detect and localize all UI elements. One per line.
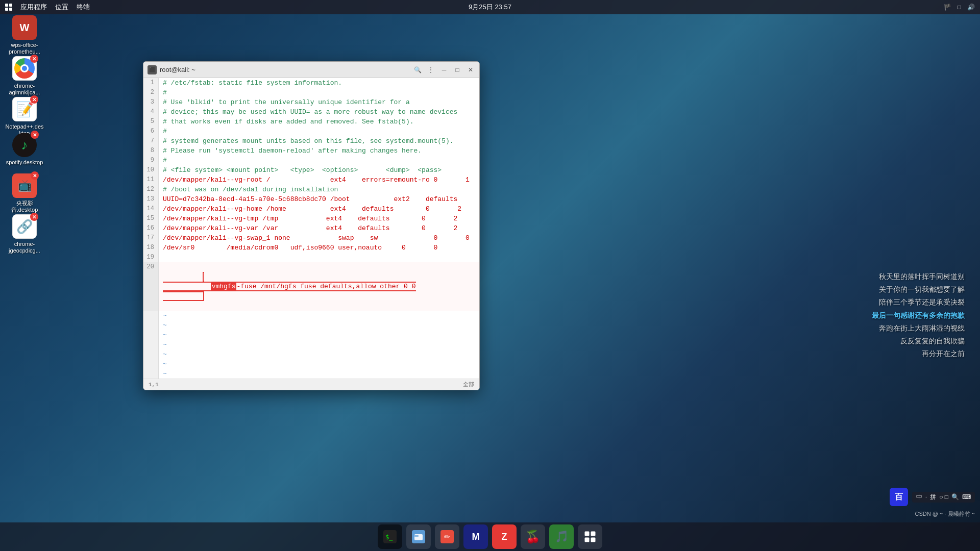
topbar-terminal-menu[interactable]: 终端 [77,3,90,12]
search-button[interactable]: 🔍 [413,65,422,74]
taskbar: $_ ✏ M Z 🍒 🎵 [0,522,980,551]
notepad-delete-badge: ✕ [30,95,38,104]
lyric-line-3: 陪伴三个季节还是承受决裂 [872,296,965,309]
topbar-window-icon[interactable]: □ [958,4,961,11]
lyric-line-1: 秋天里的落叶挥手同树道别 [872,270,965,283]
lyric-line-7: 再分开在之前 [872,347,965,360]
yingshi-label: 央视影音.desktop [4,200,45,213]
lang-search-icon[interactable]: 🔍 [951,493,959,500]
table-row: 4 # device; this may be used with UUID= … [143,107,479,117]
minimize-button[interactable]: ─ [439,65,449,74]
spotify-icon: ♪ ✕ [12,133,37,157]
tilde-line: ~ [143,349,479,359]
table-row: 6 # [143,127,479,136]
notepad-icon: 📝 ✕ [12,97,37,121]
lang-dots: · [925,493,927,500]
desktop-icon-notepad[interactable]: 📝 ✕ Notepad++.desktop [4,97,45,137]
yingshi-icon: 📺 ✕ [12,173,37,198]
highlight-vmhgfs: vmhgfs [211,283,237,290]
svg-text:$_: $_ [385,534,393,541]
apps-grid-icon[interactable] [5,4,12,11]
maximize-button[interactable]: □ [453,65,462,74]
status-bar: 1,1 全部 [143,379,479,390]
editor-lines: 1 # /etc/fstab: static file system infor… [143,78,479,379]
topbar-app-menu[interactable]: 应用程序 [20,3,47,12]
desktop-icon-spotify[interactable]: ♪ ✕ spotify.desktop [4,133,45,166]
svg-text:✏: ✏ [444,533,450,541]
topbar-location-menu[interactable]: 位置 [55,3,68,12]
chrome2-label: chrome-jgeocpdicg... [4,241,45,254]
table-row: 3 # Use 'blkid' to print the universally… [143,97,479,107]
terminal-icon: ⬛ [148,65,157,74]
table-row: 18 /dev/sr0 /media/cdrom0 udf,iso9660 us… [143,243,479,253]
tilde-line: ~ [143,330,479,340]
lang-icons: ○ □ [939,493,948,500]
table-row: 10 # <file system> <mount point> <type> … [143,165,479,175]
svg-rect-4 [414,535,419,537]
table-row: 13 UUID=d7c342ba-8ecd-4a15-a70e-5c688cb8… [143,194,479,204]
taskbar-files[interactable] [406,524,431,549]
lyric-line-4-active: 最后一句感谢还有多余的抱歉 [872,309,965,322]
table-row-highlighted: 20 vmhgfs-fuse /mnt/hgfs fuse defaults,a… [143,262,479,311]
input-method-bar: 中 · 拼 ○ □ 🔍 ⌨ [912,492,975,503]
editor-content[interactable]: 1 # /etc/fstab: static file system infor… [143,78,479,379]
spotify-label: spotify.desktop [6,159,43,166]
terminal-window: ⬛ root@kali: ~ 🔍 ⋮ ─ □ ✕ 1 # /etc/fstab:… [143,61,480,390]
topbar-flag-icon: 🏴 [944,4,951,11]
table-row: 19 [143,253,479,262]
chrome1-icon: ✕ [12,56,37,81]
svg-rect-3 [414,534,423,540]
taskbar-markdown[interactable]: M [463,524,488,549]
chrome1-delete-badge: ✕ [30,55,38,63]
lyrics-panel: 秋天里的落叶挥手同树道别 关于你的一切我都想要了解 陪伴三个季节还是承受决裂 最… [872,270,965,360]
desktop-icon-yingshi[interactable]: 📺 ✕ 央视影音.desktop [4,173,45,213]
taskbar-music[interactable]: 🎵 [549,524,574,549]
titlebar-controls: 🔍 ⋮ ─ □ ✕ [413,65,475,74]
taskbar-terminal[interactable]: $_ [378,524,402,549]
tilde-line: ~ [143,369,479,379]
taskbar-grid[interactable] [578,524,602,549]
chrome2-delete-badge: ✕ [30,213,38,221]
topbar: 应用程序 位置 终端 9月25日 23:57 🏴 □ 🔊 [0,0,980,14]
close-button[interactable]: ✕ [466,65,475,74]
taskbar-zim[interactable]: Z [492,524,517,549]
table-row: 16 /dev/mapper/kali--vg-var /var ext4 de… [143,223,479,233]
bottom-right-controls: 百 中 · 拼 ○ □ 🔍 ⌨ CSDN @ ~ · 晨曦静竹 ~ [890,488,975,518]
baidu-icon[interactable]: 百 [890,488,908,506]
table-row: 7 # systemd generates mount units based … [143,136,479,146]
lang-pinyin[interactable]: 拼 [930,493,936,502]
table-row: 2 # [143,88,479,97]
table-row: 9 # [143,156,479,165]
status-position: 1,1 [149,382,159,388]
lang-chinese[interactable]: 中 [916,493,922,502]
table-row: 17 /dev/mapper/kali--vg-swap_1 none swap… [143,233,479,243]
csdn-label: CSDN @ ~ · 晨曦静竹 ~ [915,510,975,518]
table-row: 15 /dev/mapper/kali--vg-tmp /tmp ext4 de… [143,214,479,223]
taskbar-editor[interactable]: ✏ [435,524,459,549]
tilde-line: ~ [143,311,479,320]
titlebar-left: ⬛ root@kali: ~ [148,65,195,74]
wps-icon: W [12,15,37,40]
chrome1-label: chrome-agimnkijca... [4,83,45,96]
table-row: 8 # Please run 'systemctl daemon-reload'… [143,146,479,156]
topbar-right: 🏴 □ 🔊 [944,4,975,11]
terminal-title: root@kali: ~ [160,66,195,73]
lyric-line-6: 反反复复的自我欺骗 [872,335,965,347]
topbar-volume-icon[interactable]: 🔊 [967,4,975,11]
terminal-titlebar: ⬛ root@kali: ~ 🔍 ⋮ ─ □ ✕ [143,62,479,78]
menu-button[interactable]: ⋮ [426,65,435,74]
table-row: 5 # that works even if disks are added a… [143,117,479,127]
table-row: 14 /dev/mapper/kali--vg-home /home ext4 … [143,204,479,214]
lyric-line-2: 关于你的一切我都想要了解 [872,283,965,296]
desktop-icon-wps[interactable]: W wps-office-prometheu... [4,15,45,55]
yingshi-delete-badge: ✕ [31,171,39,180]
lang-keyboard-icon[interactable]: ⌨ [962,493,971,500]
topbar-left: 应用程序 位置 终端 [5,3,90,12]
chrome2-icon: 🔗 ✕ [12,214,37,239]
desktop-icon-chrome1[interactable]: ✕ chrome-agimnkijca... [4,56,45,96]
taskbar-cherry[interactable]: 🍒 [521,524,545,549]
status-all: 全部 [463,381,474,388]
table-row: 12 # /boot was on /dev/sda1 during insta… [143,185,479,194]
tilde-line: ~ [143,340,479,349]
desktop-icon-chrome2[interactable]: 🔗 ✕ chrome-jgeocpdicg... [4,214,45,254]
